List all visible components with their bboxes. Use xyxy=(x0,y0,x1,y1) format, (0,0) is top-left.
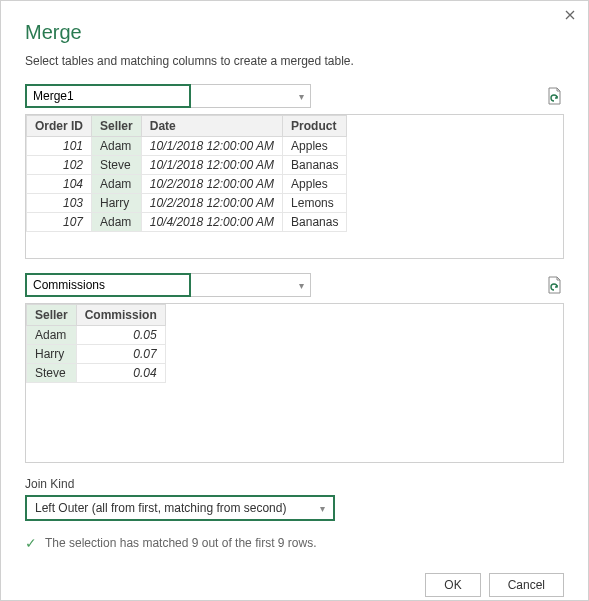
column-header[interactable]: Product xyxy=(283,116,347,137)
dialog-footer: OK Cancel xyxy=(1,563,588,601)
chevron-down-icon: ▾ xyxy=(299,280,304,291)
table-row[interactable]: Adam 0.05 xyxy=(27,326,166,345)
column-header[interactable]: Seller xyxy=(27,305,77,326)
second-table-name-input[interactable] xyxy=(25,273,191,297)
first-table-name-input[interactable] xyxy=(25,84,191,108)
first-table-preview[interactable]: Order ID Seller Date Product 101 Adam 10… xyxy=(25,114,564,259)
table-row[interactable]: 104 Adam 10/2/2018 12:00:00 AM Apples xyxy=(27,175,347,194)
table-row[interactable]: 102 Steve 10/1/2018 12:00:00 AM Bananas xyxy=(27,156,347,175)
first-table-dropdown[interactable]: ▾ xyxy=(191,84,311,108)
table-row[interactable]: 103 Harry 10/2/2018 12:00:00 AM Lemons xyxy=(27,194,347,213)
ok-button[interactable]: OK xyxy=(425,573,480,597)
table-row[interactable]: Harry 0.07 xyxy=(27,345,166,364)
match-status: ✓ The selection has matched 9 out of the… xyxy=(25,535,564,551)
refresh-icon[interactable] xyxy=(544,275,564,295)
chevron-down-icon: ▾ xyxy=(320,503,325,514)
join-kind-label: Join Kind xyxy=(25,477,564,491)
cancel-button[interactable]: Cancel xyxy=(489,573,564,597)
chevron-down-icon: ▾ xyxy=(299,91,304,102)
column-header[interactable]: Date xyxy=(141,116,282,137)
join-kind-select[interactable]: Left Outer (all from first, matching fro… xyxy=(25,495,335,521)
column-header[interactable]: Seller xyxy=(92,116,142,137)
second-table-block: ▾ Seller Commission xyxy=(25,273,564,463)
dialog-title: Merge xyxy=(25,21,564,44)
join-kind-value: Left Outer (all from first, matching fro… xyxy=(35,501,286,515)
table-row[interactable]: Steve 0.04 xyxy=(27,364,166,383)
table-row[interactable]: 107 Adam 10/4/2018 12:00:00 AM Bananas xyxy=(27,213,347,232)
first-table-block: ▾ Order ID Seller Date xyxy=(25,84,564,259)
close-icon[interactable] xyxy=(562,7,578,23)
refresh-icon[interactable] xyxy=(544,86,564,106)
column-header[interactable]: Order ID xyxy=(27,116,92,137)
match-status-text: The selection has matched 9 out of the f… xyxy=(45,536,316,550)
merge-dialog: Merge Select tables and matching columns… xyxy=(0,0,589,601)
table-row[interactable]: 101 Adam 10/1/2018 12:00:00 AM Apples xyxy=(27,137,347,156)
second-table-dropdown[interactable]: ▾ xyxy=(191,273,311,297)
second-table-preview[interactable]: Seller Commission Adam 0.05 Harry 0.07 xyxy=(25,303,564,463)
column-header[interactable]: Commission xyxy=(76,305,165,326)
check-icon: ✓ xyxy=(25,535,37,551)
dialog-subtitle: Select tables and matching columns to cr… xyxy=(25,54,564,68)
